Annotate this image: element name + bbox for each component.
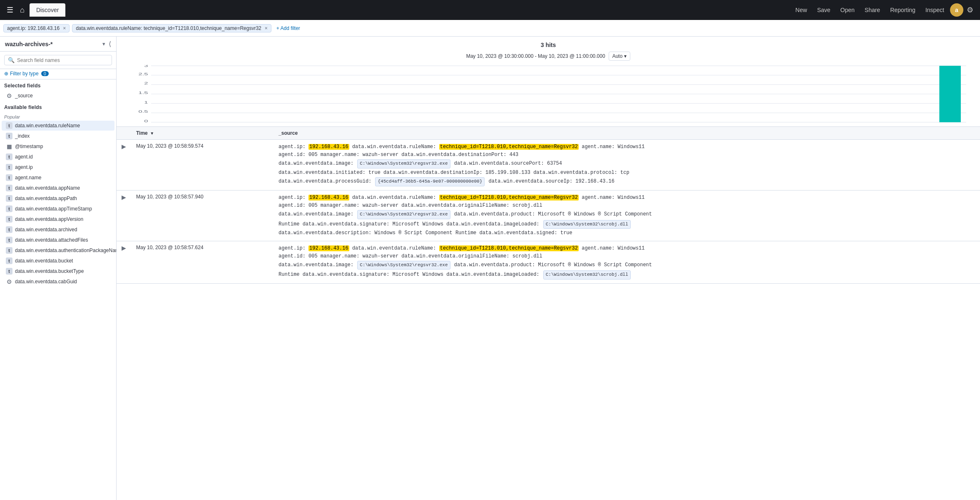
field-item-agent-name[interactable]: t agent.name [2,173,114,183]
field-name-rulename: data.win.eventdata.ruleName [15,123,80,129]
source-badge: C:\Windows\System32\regsvr32.exe [357,261,450,270]
field-type-t-icon-12: t [6,257,12,264]
svg-text:1.5: 1.5 [139,90,148,95]
field-type-t-icon-5: t [6,185,12,191]
field-item-agent-id[interactable]: t agent.id [2,152,114,162]
expand-row-button[interactable]: ▶ [122,194,126,200]
field-type-t-icon-11: t [6,247,12,254]
field-type-t-icon-7: t [6,205,12,212]
field-item-apptimestamp[interactable]: t data.win.eventdata.appTimeStamp [2,204,114,214]
index-pattern-chevron-icon[interactable]: ▾ [102,41,105,47]
filter-chip-rulename[interactable]: data.win.eventdata.ruleName: technique_i… [72,24,271,32]
table-row: ▶May 10, 2023 @ 10:58:57.624agent.ip: 19… [117,241,980,284]
field-item-archived[interactable]: t data.win.eventdata.archived [2,225,114,235]
source-badge: C:\Windows\System32\regsvr32.exe [357,159,450,168]
time-cell: May 10, 2023 @ 10:58:57.624 [131,241,274,284]
highlight-value: technique_id=T1218.010,technique_name=Re… [439,245,579,251]
field-type-t-icon-13: t [6,268,12,275]
settings-icon[interactable]: ⚙ [965,4,975,16]
filter-by-type-button[interactable]: ⊕ Filter by type [4,71,39,77]
th-expand [117,127,131,140]
app-tab-discover[interactable]: Discover [30,3,65,17]
highlight-value: 192.168.43.16 [308,245,349,251]
filter-chip-rulename-close[interactable]: × [265,25,268,31]
expand-row-button[interactable]: ▶ [122,143,126,150]
table-row: ▶May 10, 2023 @ 10:58:59.574agent.ip: 19… [117,140,980,191]
source-line: data.win.eventdata.processGuid: {45cd4af… [279,177,975,187]
field-item-buckettype[interactable]: t data.win.eventdata.bucketType [2,266,114,276]
field-item-appversion[interactable]: t data.win.eventdata.appVersion [2,214,114,224]
time-sort-arrow-icon: ▼ [150,131,154,136]
sidebar-content: Selected fields ⊙ _source Available fiel… [0,79,116,500]
expand-row-button[interactable]: ▶ [122,245,126,251]
sidebar-header: wazuh-archives-* ▾ ⟨ [0,37,116,52]
home-icon[interactable]: ⌂ [18,4,26,16]
field-item-agent-ip[interactable]: t agent.ip [2,162,114,172]
auto-select-dropdown[interactable]: Auto ▾ [609,52,631,61]
field-name-agent-id: agent.id [15,154,33,160]
add-filter-button[interactable]: + Add filter [274,25,303,32]
filter-chip-ip-close[interactable]: × [63,25,66,31]
field-type-t-icon-6: t [6,195,12,202]
field-type-t-icon-2: t [6,153,12,160]
source-line: data.win.eventdata.image: C:\Windows\Sys… [279,210,975,220]
field-item-authpackage[interactable]: t data.win.eventdata.authenticationPacka… [2,245,114,255]
filter-chip-rulename-text: data.win.eventdata.ruleName: technique_i… [76,25,261,31]
save-button[interactable]: Save [813,4,835,16]
field-item-rulename[interactable]: t data.win.eventdata.ruleName [2,121,114,131]
source-line: agent.id: 005 manager.name: wazuh-server… [279,151,975,159]
field-item-attachedfiles[interactable]: t data.win.eventdata.attachedFiles [2,235,114,245]
field-name-appname: data.win.eventdata.appName [15,185,80,191]
highlight-value: technique_id=T1218.010,technique_name=Re… [439,144,579,150]
svg-text:2.5: 2.5 [139,72,148,76]
field-item-cabguid[interactable]: ⊙ data.win.eventdata.cabGuid [2,277,114,287]
highlight-value: technique_id=T1218.010,technique_name=Re… [439,195,579,200]
filter-by-type-label: Filter by type [10,71,39,77]
collapse-sidebar-icon[interactable]: ⟨ [109,40,111,48]
available-fields-title: Available fields [0,101,116,112]
field-type-t-icon-9: t [6,226,12,233]
field-type-t-icon-8: t [6,216,12,223]
results-area: Time ▼ _source ▶May 10, 2023 @ 10:58:59.… [117,127,980,500]
new-button[interactable]: New [791,4,811,16]
source-line: data.win.eventdata.description: Windows … [279,229,975,237]
nav-actions: New Save Open Share Reporting Inspect a … [791,3,975,17]
field-item-appname[interactable]: t data.win.eventdata.appName [2,183,114,193]
source-cell: agent.ip: 192.168.43.16 data.win.eventda… [274,190,980,241]
field-type-source-icon: ⊙ [6,92,12,99]
svg-text:0: 0 [144,119,148,123]
source-line: Runtime data.win.eventdata.signature: Mi… [279,270,975,280]
field-name-bucket: data.win.eventdata.bucket [15,258,73,264]
svg-text:0.5: 0.5 [139,109,148,114]
filter-chip-ip[interactable]: agent.ip: 192.168.43.16 × [3,24,70,32]
field-type-t-icon-10: t [6,237,12,243]
index-pattern-label[interactable]: wazuh-archives-* [5,41,99,47]
field-type-source-icon-2: ⊙ [6,278,12,285]
time-cell: May 10, 2023 @ 10:58:57.940 [131,190,274,241]
reporting-button[interactable]: Reporting [886,4,920,16]
content-area: 3 hits May 10, 2023 @ 10:30:00.000 - May… [117,37,980,500]
search-field-names-input[interactable] [17,57,108,63]
field-item-index[interactable]: t _index [2,131,114,141]
user-avatar[interactable]: a [950,3,963,17]
source-line: agent.id: 005 manager.name: wazuh-server… [279,252,975,260]
field-name-authpackage: data.win.eventdata.authenticationPackage… [15,248,116,253]
source-badge: C:\Windows\System32\regsvr32.exe [357,210,450,219]
field-item-bucket[interactable]: t data.win.eventdata.bucket [2,256,114,266]
field-name-agent-name: agent.name [15,175,41,181]
field-name-cabguid: data.win.eventdata.cabGuid [15,279,77,285]
field-item-timestamp[interactable]: ▦ @timestamp [2,141,114,151]
inspect-button[interactable]: Inspect [921,4,948,16]
filter-type-row: ⊕ Filter by type 0 [0,69,116,79]
field-type-t-icon-0: t [6,122,12,129]
th-time[interactable]: Time ▼ [131,127,274,140]
open-button[interactable]: Open [836,4,859,16]
th-source: _source [274,127,980,140]
results-table: Time ▼ _source ▶May 10, 2023 @ 10:58:59.… [117,127,980,284]
hamburger-menu-icon[interactable]: ☰ [5,4,15,16]
field-type-t-icon-3: t [6,164,12,171]
field-item-apppath[interactable]: t data.win.eventdata.appPath [2,193,114,203]
field-item-source[interactable]: ⊙ _source [2,91,114,101]
source-cell: agent.ip: 192.168.43.16 data.win.eventda… [274,140,980,191]
share-button[interactable]: Share [861,4,884,16]
